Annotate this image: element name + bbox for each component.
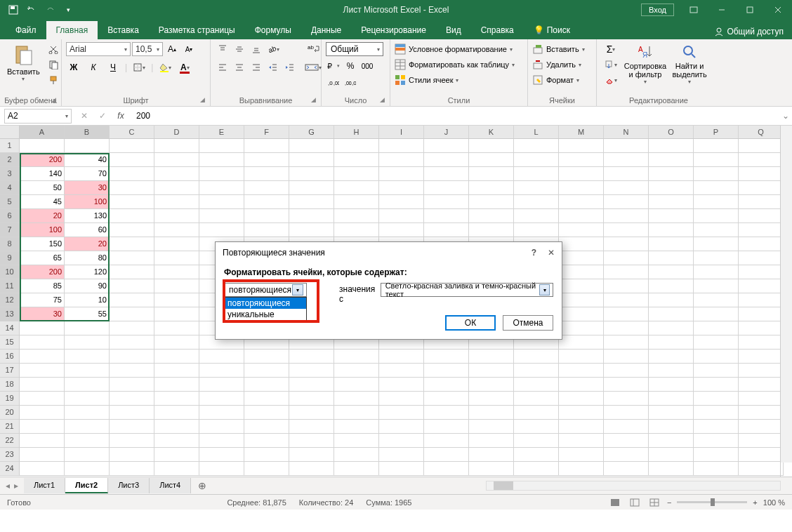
column-header[interactable]: P	[694, 126, 739, 138]
cell[interactable]	[559, 364, 604, 378]
column-header[interactable]: A	[20, 126, 65, 138]
cell[interactable]	[604, 335, 649, 350]
cell[interactable]	[514, 378, 559, 392]
cell[interactable]	[244, 139, 289, 153]
cell[interactable]	[694, 420, 739, 434]
underline-button[interactable]: Ч	[105, 60, 121, 74]
cell[interactable]	[154, 265, 199, 279]
column-header[interactable]: K	[469, 126, 514, 138]
cell[interactable]	[110, 364, 154, 378]
cell[interactable]	[334, 181, 379, 195]
cell[interactable]	[20, 378, 65, 392]
cell[interactable]: 20	[20, 209, 65, 223]
cell[interactable]	[110, 181, 154, 195]
cell[interactable]	[739, 335, 784, 350]
cell[interactable]	[424, 153, 469, 167]
align-center-icon[interactable]	[232, 60, 247, 74]
cell[interactable]	[334, 153, 379, 167]
format-cells-button[interactable]: Формат▾	[532, 73, 579, 87]
normal-view-icon[interactable]	[608, 497, 622, 508]
cell[interactable]: 100	[20, 223, 65, 237]
cell[interactable]	[110, 237, 154, 251]
cell[interactable]	[334, 195, 379, 209]
cell[interactable]: 140	[20, 167, 65, 181]
cell[interactable]	[110, 139, 154, 153]
sheet-next-icon[interactable]: ▸	[14, 481, 18, 491]
cell[interactable]	[244, 392, 289, 406]
close-icon[interactable]	[764, 0, 792, 20]
cell[interactable]	[154, 251, 199, 265]
cell[interactable]	[289, 364, 334, 378]
cell[interactable]	[424, 448, 469, 462]
cell[interactable]	[289, 420, 334, 434]
cell[interactable]	[20, 321, 65, 335]
cell[interactable]	[514, 392, 559, 406]
cell[interactable]	[604, 364, 649, 378]
cell[interactable]	[559, 293, 604, 307]
cell[interactable]	[199, 223, 244, 237]
cell[interactable]	[469, 167, 514, 181]
row-header[interactable]: 17	[0, 364, 20, 378]
redo-icon[interactable]	[42, 2, 58, 18]
find-select-button[interactable]: Найти и выделить▾	[670, 42, 709, 86]
cell[interactable]	[649, 167, 694, 181]
cell[interactable]	[244, 406, 289, 420]
cell[interactable]	[424, 209, 469, 223]
column-header[interactable]: L	[514, 126, 559, 138]
cell[interactable]	[559, 237, 604, 251]
cell[interactable]: 85	[20, 279, 65, 293]
cell[interactable]: 10	[65, 293, 110, 307]
cell[interactable]	[604, 153, 649, 167]
save-icon[interactable]	[6, 2, 21, 18]
column-header[interactable]: H	[334, 126, 379, 138]
paste-button[interactable]: Вставить ▾	[4, 42, 43, 84]
name-box[interactable]: A2▾	[4, 109, 72, 124]
cell[interactable]	[694, 237, 739, 251]
cell[interactable]	[604, 420, 649, 434]
cell[interactable]	[424, 139, 469, 153]
cell[interactable]	[469, 139, 514, 153]
cell[interactable]	[65, 448, 110, 462]
cell[interactable]	[604, 462, 649, 476]
cell[interactable]	[199, 434, 244, 448]
row-header[interactable]: 16	[0, 350, 20, 364]
cell[interactable]	[110, 350, 154, 364]
cell[interactable]	[649, 406, 694, 420]
row-header[interactable]: 15	[0, 335, 20, 350]
cell[interactable]	[514, 448, 559, 462]
launcher-icon[interactable]: ◢	[199, 96, 206, 103]
launcher-icon[interactable]: ◢	[310, 96, 317, 103]
cell[interactable]	[244, 378, 289, 392]
sheet-prev-icon[interactable]: ◂	[6, 481, 10, 491]
cell[interactable]	[739, 195, 784, 209]
cell[interactable]	[334, 223, 379, 237]
cell[interactable]	[739, 364, 784, 378]
cell[interactable]	[739, 237, 784, 251]
cell[interactable]	[694, 350, 739, 364]
cell[interactable]	[469, 420, 514, 434]
cell[interactable]	[110, 406, 154, 420]
row-header[interactable]: 8	[0, 237, 20, 251]
dialog-close-icon[interactable]: ✕	[548, 248, 555, 258]
cell[interactable]: 70	[65, 167, 110, 181]
cell[interactable]	[469, 364, 514, 378]
cell[interactable]	[110, 293, 154, 307]
page-break-view-icon[interactable]	[647, 497, 661, 508]
cell[interactable]	[110, 462, 154, 476]
format-as-table-button[interactable]: Форматировать как таблицу▾	[395, 58, 515, 72]
row-header[interactable]: 21	[0, 420, 20, 434]
row-header[interactable]: 23	[0, 448, 20, 462]
cell[interactable]	[334, 167, 379, 181]
cell[interactable]	[739, 251, 784, 265]
cut-icon[interactable]	[46, 42, 61, 56]
column-header[interactable]: E	[199, 126, 244, 138]
increase-decimal-icon[interactable]: ,0,00	[326, 76, 341, 90]
cell[interactable]	[649, 364, 694, 378]
cell[interactable]	[604, 350, 649, 364]
cell[interactable]	[199, 209, 244, 223]
cell[interactable]	[154, 392, 199, 406]
number-format-combo[interactable]: Общий▾	[326, 42, 383, 56]
cell[interactable]	[379, 139, 424, 153]
cell[interactable]	[289, 223, 334, 237]
cell[interactable]	[649, 378, 694, 392]
